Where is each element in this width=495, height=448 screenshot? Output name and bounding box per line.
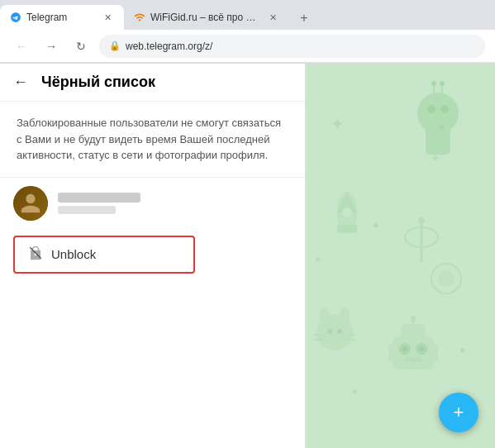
unblock-container: Unblock <box>13 236 292 274</box>
refresh-button[interactable]: ↻ <box>69 35 93 58</box>
browser-chrome: Telegram ✕ WiFiGid.ru – всё про WiFi и б… <box>0 0 495 64</box>
user-name <box>58 193 140 203</box>
unblock-icon <box>28 245 43 264</box>
svg-rect-28 <box>393 336 434 369</box>
svg-point-8 <box>440 81 445 86</box>
svg-point-20 <box>320 307 330 324</box>
unblock-button[interactable]: Unblock <box>13 236 195 274</box>
svg-text:✦: ✦ <box>331 115 345 133</box>
svg-line-25 <box>314 339 326 340</box>
address-bar: ← → ↻ 🔒 web.telegram.org/z/ <box>0 30 495 63</box>
wifigid-favicon <box>134 12 145 23</box>
svg-text:★: ★ <box>314 255 321 264</box>
panel-header: ← Чёрный список <box>0 64 305 102</box>
svg-text:★: ★ <box>351 387 359 396</box>
svg-line-27 <box>343 339 355 340</box>
user-row <box>13 186 292 221</box>
svg-rect-33 <box>405 357 421 362</box>
svg-text:✦: ✦ <box>430 151 440 165</box>
svg-rect-14 <box>337 225 357 233</box>
svg-point-32 <box>419 346 424 351</box>
tab-telegram-title: Telegram <box>26 12 98 23</box>
tab-wifigid-close[interactable]: ✕ <box>266 11 279 24</box>
back-arrow-button[interactable]: ← <box>13 74 28 91</box>
svg-point-15 <box>342 207 352 217</box>
svg-rect-37 <box>388 345 394 361</box>
tab-bar: Telegram ✕ WiFiGid.ru – всё про WiFi и б… <box>0 0 495 30</box>
background-pattern: ✦ ✦ ✦ <box>306 64 495 448</box>
svg-point-22 <box>327 329 332 334</box>
svg-point-4 <box>440 105 449 113</box>
telegram-favicon <box>10 12 21 23</box>
svg-rect-34 <box>401 324 426 339</box>
tab-wifigid-title: WiFiGid.ru – всё про WiFi и бесп... <box>150 12 263 23</box>
svg-text:★: ★ <box>438 122 445 131</box>
lock-icon: 🔒 <box>109 41 121 51</box>
tab-wifigid[interactable]: WiFiGid.ru – всё про WiFi и бесп... ✕ <box>124 5 289 30</box>
svg-point-3 <box>427 105 436 113</box>
svg-point-40 <box>438 270 455 287</box>
svg-text:✦: ✦ <box>372 220 380 231</box>
url-text: web.telegram.org/z/ <box>126 41 212 52</box>
app-container: ← Чёрный список Заблокированные пользова… <box>0 64 495 448</box>
fab-button[interactable]: + <box>439 393 478 432</box>
svg-point-36 <box>411 316 416 321</box>
url-bar[interactable]: 🔒 web.telegram.org/z/ <box>99 35 485 58</box>
svg-point-21 <box>340 307 350 324</box>
tab-telegram[interactable]: Telegram ✕ <box>0 5 124 30</box>
user-sub <box>58 206 116 214</box>
panel-title: Чёрный список <box>41 74 155 91</box>
svg-point-23 <box>337 329 342 334</box>
svg-point-6 <box>431 81 436 86</box>
description-text: Заблокированные пользователи не смогут с… <box>0 102 305 178</box>
left-panel: ← Чёрный список Заблокированные пользова… <box>0 64 306 448</box>
svg-point-18 <box>418 217 425 224</box>
svg-rect-38 <box>432 345 438 361</box>
unblock-label: Unblock <box>51 247 96 261</box>
right-panel: ✦ ✦ ✦ <box>306 64 495 448</box>
tab-telegram-close[interactable]: ✕ <box>101 11 114 24</box>
svg-point-31 <box>402 346 407 351</box>
svg-text:★: ★ <box>459 346 466 355</box>
user-info <box>58 193 140 214</box>
back-button[interactable]: ← <box>10 35 33 58</box>
avatar <box>13 186 48 221</box>
forward-button[interactable]: → <box>40 35 63 58</box>
user-item <box>0 178 305 232</box>
new-tab-button[interactable]: + <box>293 7 316 30</box>
